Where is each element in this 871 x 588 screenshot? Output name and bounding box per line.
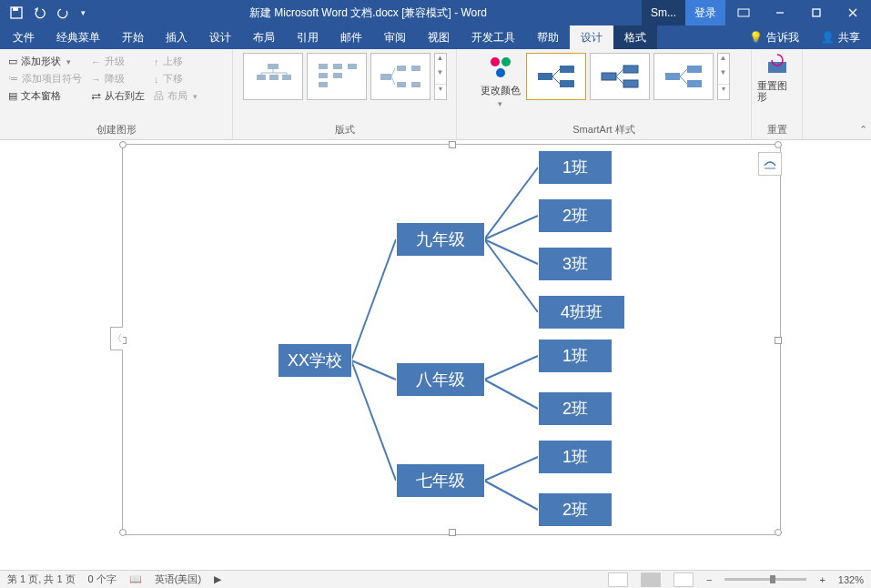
layout-icon: 品 [154,89,164,103]
demote-button[interactable]: →降级 [88,70,147,87]
save-button[interactable] [5,2,27,24]
reset-graphic-button[interactable]: 重置图形 [757,53,796,102]
group-label-styles: SmartArt 样式 [457,122,751,139]
svg-rect-22 [397,66,406,71]
share-button[interactable]: 👤共享 [810,25,871,49]
style-option-2[interactable] [590,53,650,100]
style-gallery[interactable]: ▲▼▾ [526,53,730,100]
tab-format[interactable]: 格式 [613,25,657,49]
zoom-in-button[interactable]: + [819,574,825,585]
move-down-button[interactable]: ↓下移 [151,70,200,87]
layout-option-3[interactable] [370,53,430,100]
layout-label: 布局 [167,89,187,103]
macro-record-icon[interactable]: ▶ [214,573,221,585]
tab-insert[interactable]: 插入 [155,25,198,49]
node-grade-7[interactable]: 七年级 [396,463,485,498]
node-root[interactable]: XX学校 [278,343,352,378]
move-up-button[interactable]: ↑上移 [151,53,200,70]
status-words[interactable]: 0 个字 [88,573,116,586]
redo-button[interactable] [53,2,75,24]
svg-rect-46 [768,62,786,73]
layout-button[interactable]: 品布局▾ [151,87,200,105]
add-shape-icon: ▭ [8,56,17,67]
window-title: 新建 Microsoft Word 文档.docx [兼容模式] - Word [95,5,642,21]
document-area[interactable]: 〈 XX学校 九年级 [0,140,871,570]
text-pane-button[interactable]: ▤文本窗格 [5,87,85,105]
tell-me[interactable]: 💡告诉我 [738,25,810,49]
rtl-button[interactable]: ⮂从右到左 [88,87,147,105]
status-lang[interactable]: 英语(美国) [155,573,201,586]
node-grade-9[interactable]: 九年级 [396,222,485,257]
group-label-create: 创建图形 [0,122,232,139]
node-g7-c1[interactable]: 1班 [538,440,613,474]
promote-button[interactable]: ←升级 [88,53,147,70]
add-shape-button[interactable]: ▭添加形状▾ [5,53,85,70]
tab-home[interactable]: 开始 [111,25,155,49]
zoom-level[interactable]: 132% [838,574,864,585]
node-g9-c2[interactable]: 2班 [538,198,613,233]
node-g9-c3[interactable]: 3班 [538,247,613,281]
status-page[interactable]: 第 1 页, 共 1 页 [7,573,76,586]
svg-rect-16 [319,73,328,78]
svg-rect-31 [538,73,552,80]
svg-rect-32 [560,66,574,73]
layout-option-1[interactable] [243,53,303,100]
view-web[interactable] [674,573,694,587]
svg-rect-15 [319,64,328,69]
node-g9-c4[interactable]: 4班班 [538,295,625,329]
rtl-label: 从右到左 [105,89,145,103]
qat-dropdown[interactable]: ▾ [76,2,89,24]
view-read[interactable] [608,573,628,587]
collapse-ribbon-button[interactable]: ⌃ [859,124,867,136]
layout-option-2[interactable] [307,53,367,100]
style-gallery-scroll[interactable]: ▲▼▾ [717,53,730,100]
tab-references[interactable]: 引用 [286,25,329,49]
style-option-1[interactable] [526,53,586,100]
tab-help[interactable]: 帮助 [526,25,570,49]
account-short[interactable]: Sm... [642,0,685,25]
tab-developer[interactable]: 开发工具 [461,25,526,49]
node-g7-c2[interactable]: 2班 [538,492,613,527]
tab-design-doc[interactable]: 设计 [198,25,242,49]
svg-rect-37 [623,66,638,73]
svg-point-29 [501,57,511,66]
minimize-button[interactable] [762,0,798,25]
close-button[interactable] [835,0,871,25]
tab-layout[interactable]: 布局 [242,25,286,49]
change-colors-button[interactable]: 更改颜色 ▾ [479,53,522,108]
text-pane-label: 文本窗格 [21,89,61,103]
zoom-out-button[interactable]: − [706,574,712,585]
svg-line-45 [680,76,687,84]
tab-classic[interactable]: 经典菜单 [46,25,111,49]
svg-rect-8 [257,75,266,80]
tab-view[interactable]: 视图 [417,25,461,49]
login-button[interactable]: 登录 [685,0,725,25]
node-g8-c2[interactable]: 2班 [538,391,613,426]
svg-line-58 [484,481,538,510]
smartart-frame[interactable]: 〈 XX学校 九年级 [122,144,781,535]
tab-file[interactable]: 文件 [2,25,46,49]
text-pane-toggle[interactable]: 〈 [110,327,123,350]
demote-label: 降级 [105,72,125,86]
view-print[interactable] [641,573,661,587]
add-bullet-button[interactable]: ≔添加项目符号 [5,70,85,87]
node-g8-c1[interactable]: 1班 [538,339,613,373]
layout-gallery[interactable]: ▲▼▾ [243,53,447,100]
zoom-slider[interactable] [724,578,806,581]
node-grade-8[interactable]: 八年级 [396,362,485,397]
svg-line-34 [552,69,560,76]
svg-line-54 [484,239,538,312]
tab-review[interactable]: 审阅 [373,25,417,49]
style-option-3[interactable] [653,53,714,100]
layout-gallery-scroll[interactable]: ▲▼▾ [434,53,447,100]
svg-line-44 [680,69,687,76]
ribbon-options-button[interactable] [725,0,762,25]
spellcheck-icon[interactable]: 📖 [129,573,142,585]
svg-point-30 [496,68,505,77]
undo-button[interactable] [29,2,51,24]
maximize-button[interactable] [798,0,835,25]
node-g9-c1[interactable]: 1班 [538,150,613,185]
tab-mailings[interactable]: 邮件 [329,25,373,49]
status-bar: 第 1 页, 共 1 页 0 个字 📖 英语(美国) ▶ − + 132% [0,570,871,588]
tab-smartart-design[interactable]: 设计 [570,25,613,49]
